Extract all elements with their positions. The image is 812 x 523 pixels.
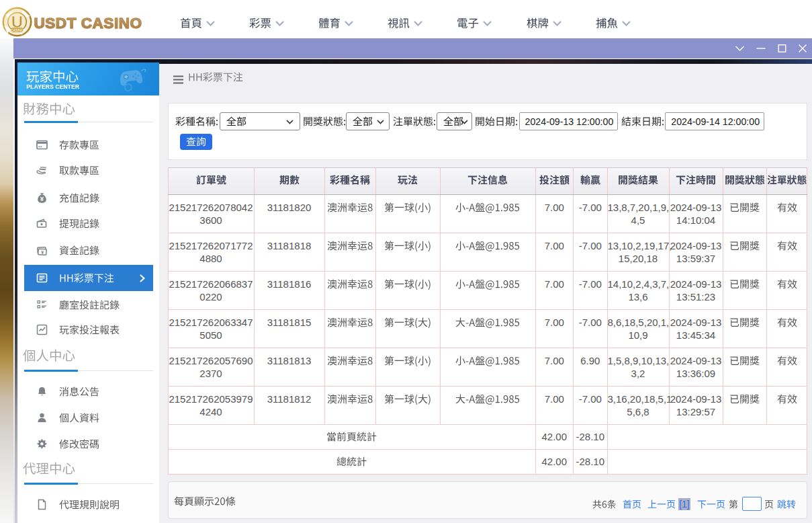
svg-text:CASINO: CASINO [11,28,24,32]
svg-text:¥: ¥ [41,250,44,255]
